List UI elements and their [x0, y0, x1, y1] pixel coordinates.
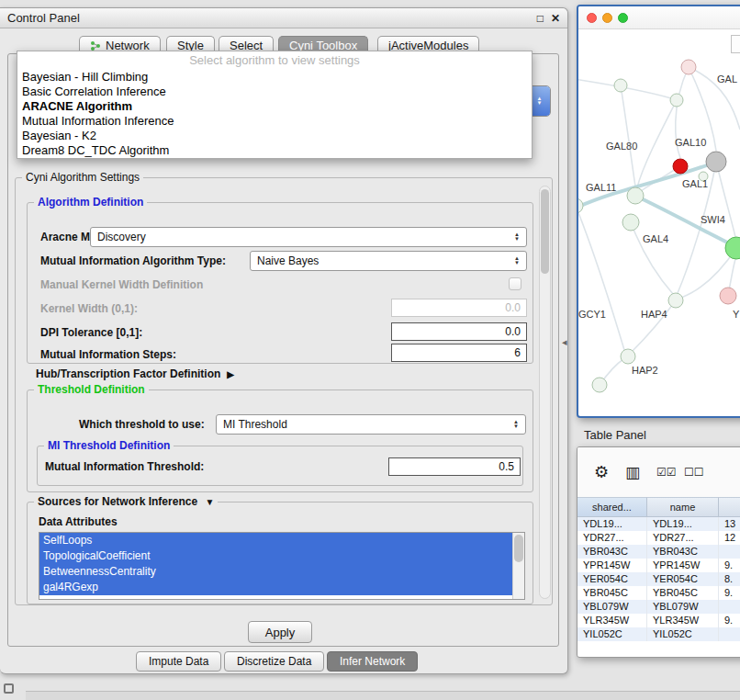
table-toolbar: ⚙ ▥ ☑☑ ☐☐: [577, 447, 740, 497]
table-row[interactable]: YIL052C YIL052C: [577, 627, 740, 641]
network-node[interactable]: [621, 349, 635, 364]
network-node[interactable]: [627, 187, 644, 204]
mi-algorithm-type-label: Mutual Information Algorithm Type:: [40, 254, 226, 267]
column-header-cut[interactable]: [719, 497, 740, 517]
network-node-red[interactable]: [673, 159, 688, 174]
hub-definition-label: Hub/Transcription Factor Definition: [36, 367, 220, 380]
mi-threshold-definition-group: MI Threshold Definition Mutual Informati…: [37, 446, 523, 486]
network-canvas[interactable]: GAL GAL80 GAL10 GAL11 GAL1 SWI4 GAL4 GCY…: [578, 28, 740, 416]
network-node-labels: GAL GAL80 GAL10 GAL11 GAL1 SWI4 GAL4 GCY…: [578, 73, 740, 376]
network-node[interactable]: [592, 378, 607, 392]
gear-icon[interactable]: ⚙: [594, 462, 609, 482]
node-label: HAP4: [641, 309, 667, 320]
network-node[interactable]: [668, 293, 683, 308]
collapse-arrow-icon: ▼: [205, 497, 214, 507]
node-label: SWI4: [701, 214, 725, 225]
restore-panel-icon[interactable]: [4, 683, 14, 694]
combo-value: Naive Bayes: [257, 254, 319, 267]
select-all-checks-icon[interactable]: ☑☑: [656, 466, 677, 479]
group-title: Algorithm Definition: [34, 196, 147, 209]
panel-splitter-icon[interactable]: ◂: [562, 336, 567, 348]
cell: YLR345W: [647, 614, 719, 627]
combo-value: Discovery: [97, 231, 146, 243]
kernel-width-label: Kernel Width (0,1):: [40, 302, 138, 315]
zoom-traffic-light[interactable]: [618, 13, 628, 23]
mi-algorithm-type-combo[interactable]: Naive Bayes ▲▼: [250, 251, 527, 271]
popup-item[interactable]: Bayesian - Hill Climbing: [17, 70, 532, 85]
mi-steps-field[interactable]: 6: [391, 344, 527, 362]
cell: YDR27...: [577, 531, 647, 545]
deselect-all-boxes-icon[interactable]: ☐☐: [684, 466, 704, 479]
cell: 9.: [719, 559, 740, 572]
table-body: YDL19... YDL19... 13 YDR27... YDR27... 1…: [577, 517, 740, 657]
which-threshold-combo[interactable]: MI Threshold ▲▼: [216, 414, 526, 435]
popup-placeholder: Select algorithm to view settings: [17, 51, 532, 70]
float-window-icon[interactable]: □: [537, 12, 544, 25]
list-item[interactable]: gal4RGexp: [39, 580, 512, 595]
group-title: MI Threshold Definition: [44, 439, 174, 452]
aracne-mode-combo[interactable]: Discovery ▲▼: [90, 227, 527, 247]
minimize-traffic-light[interactable]: [602, 13, 612, 23]
list-item[interactable]: BetweennessCentrality: [39, 564, 512, 580]
cell: [719, 545, 740, 559]
tab-infer-network[interactable]: Infer Network: [327, 651, 418, 672]
combo-value: MI Threshold: [223, 418, 287, 431]
popup-item[interactable]: Dream8 DC_TDC Algorithm: [17, 143, 532, 158]
data-attributes-list: SelfLoops TopologicalCoefficient Between…: [39, 532, 525, 600]
mi-steps-label: Mutual Information Steps:: [40, 348, 176, 361]
network-window-titlebar[interactable]: [578, 6, 740, 29]
sources-toggle[interactable]: Sources for Network Inference ▼: [34, 495, 218, 508]
table-row[interactable]: YBL079W YBL079W: [577, 600, 740, 614]
mi-threshold-field[interactable]: 0.5: [388, 457, 521, 476]
table-panel-title: Table Panel: [584, 428, 646, 442]
column-header-name[interactable]: name: [647, 497, 719, 517]
network-node[interactable]: [681, 60, 696, 74]
network-node-green[interactable]: [725, 237, 740, 259]
network-node[interactable]: [614, 79, 627, 92]
combo-arrows-icon: ▲▼: [513, 420, 519, 429]
sources-title: Sources for Network Inference: [38, 495, 197, 508]
node-label: GAL4: [643, 233, 668, 244]
list-item[interactable]: SelfLoops: [39, 533, 512, 548]
hub-definition-toggle[interactable]: Hub/Transcription Factor Definition ▶: [36, 367, 234, 380]
close-window-icon[interactable]: ✕: [551, 12, 560, 25]
dpi-tolerance-field[interactable]: 0.0: [391, 322, 527, 341]
popup-item[interactable]: Bayesian - K2: [17, 129, 532, 143]
table-row[interactable]: YDL19... YDL19... 13: [577, 517, 740, 531]
network-node-gray[interactable]: [706, 152, 726, 172]
attributes-scrollbar[interactable]: [512, 533, 524, 599]
settings-scrollbar[interactable]: [539, 186, 551, 599]
table-row[interactable]: YBR043C YBR043C: [577, 545, 740, 559]
node-label: GAL80: [606, 141, 637, 152]
manual-kernel-width-checkbox: [509, 277, 521, 290]
cell: 13: [719, 517, 740, 531]
network-node[interactable]: [720, 288, 736, 304]
network-scrollbar-fragment[interactable]: [731, 35, 740, 53]
column-header-shared-name[interactable]: shared...: [577, 497, 647, 517]
table-row[interactable]: YPR145W YPR145W 9.: [577, 559, 740, 572]
list-item[interactable]: TopologicalCoefficient: [39, 548, 512, 564]
cell: YDL19...: [577, 517, 647, 531]
network-node[interactable]: [622, 214, 639, 231]
network-node[interactable]: [670, 94, 683, 107]
tab-discretize-data[interactable]: Discretize Data: [224, 651, 324, 672]
table-row[interactable]: YLR345W YLR345W 9.: [577, 614, 740, 627]
popup-item[interactable]: Basic Correlation Inference: [17, 85, 532, 99]
table-row[interactable]: YDR27... YDR27... 12: [577, 531, 740, 545]
node-label: GAL11: [586, 182, 616, 193]
close-traffic-light[interactable]: [587, 13, 597, 23]
table-row[interactable]: YBR045C YBR045C 9.: [577, 586, 740, 600]
popup-item[interactable]: Mutual Information Inference: [17, 114, 532, 129]
cell: 8.: [719, 572, 740, 586]
table-row[interactable]: YER054C YER054C 8.: [577, 572, 740, 586]
cell: YBL079W: [577, 600, 647, 614]
network-edges: [578, 67, 740, 385]
attributes-scrollbar-thumb[interactable]: [514, 535, 523, 562]
tab-impute-data[interactable]: Impute Data: [136, 651, 221, 672]
settings-scrollbar-thumb[interactable]: [541, 189, 549, 274]
apply-button[interactable]: Apply: [248, 621, 312, 643]
popup-item-highlighted[interactable]: ARACNE Algorithm: [17, 99, 532, 114]
bottom-panel-edge: [26, 691, 740, 700]
network-node[interactable]: [578, 198, 583, 213]
columns-icon[interactable]: ▥: [625, 463, 640, 482]
